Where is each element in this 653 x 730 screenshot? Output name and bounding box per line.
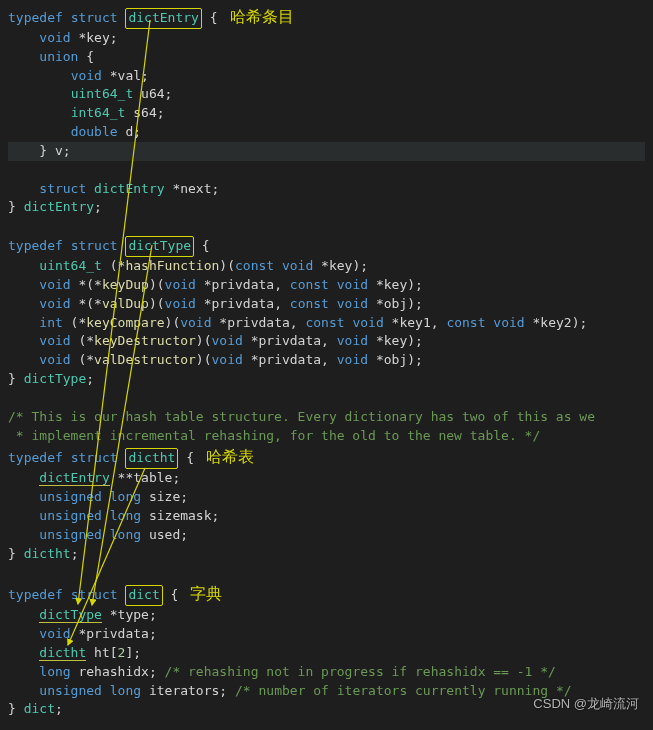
anno-hash-entry: 哈希条目 bbox=[230, 8, 294, 25]
comment-hash-table-2: * implement incremental rehashing, for t… bbox=[8, 428, 540, 443]
comment-hash-table-1: /* This is our hash table structure. Eve… bbox=[8, 409, 595, 424]
watermark: CSDN @龙崎流河 bbox=[533, 695, 639, 714]
code-block: typedef struct dictEntry {哈希条目 void *key… bbox=[8, 5, 645, 719]
anno-hash-table: 哈希表 bbox=[206, 448, 254, 465]
anno-dict: 字典 bbox=[190, 585, 222, 602]
box-dictht: dictht bbox=[125, 448, 178, 469]
kw-typedef: typedef bbox=[8, 10, 63, 25]
box-dictType: dictType bbox=[125, 236, 194, 257]
box-dictEntry: dictEntry bbox=[125, 8, 201, 29]
box-dict: dict bbox=[125, 585, 162, 606]
kw-struct: struct bbox=[71, 10, 118, 25]
